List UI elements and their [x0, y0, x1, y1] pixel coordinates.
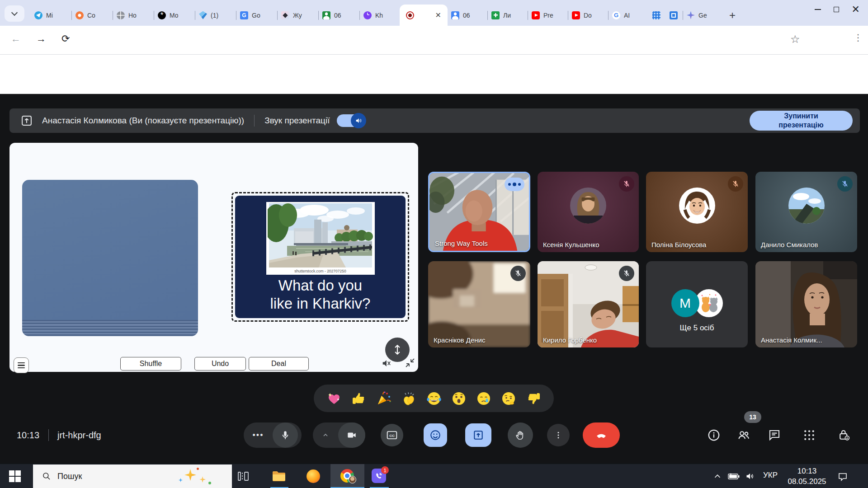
browser-tab[interactable]: (1) — [195, 6, 236, 24]
mic-off-icon — [619, 176, 634, 192]
browser-tab[interactable]: Pre — [528, 6, 568, 24]
party-popper-reaction[interactable] — [376, 390, 392, 407]
browser-tab[interactable]: GGo — [236, 6, 278, 24]
undo-button[interactable]: Undo — [194, 357, 246, 371]
exit-fullscreen-icon[interactable] — [405, 357, 415, 368]
host-controls-lock-icon[interactable] — [837, 428, 851, 442]
tab-search-button[interactable] — [5, 5, 24, 22]
meeting-details-icon[interactable] — [707, 428, 721, 442]
audio-muted-icon[interactable] — [381, 358, 391, 368]
browser-tab[interactable]: Ge — [683, 6, 724, 24]
action-center-icon[interactable] — [837, 471, 848, 482]
microphone-button[interactable] — [273, 422, 298, 448]
face-tears-of-joy-reaction[interactable] — [426, 390, 442, 407]
browser-tab[interactable] — [666, 6, 683, 24]
raise-hand-button[interactable] — [508, 422, 533, 448]
browser-tab-active-meet[interactable]: ✕ — [400, 5, 448, 26]
crying-face-reaction[interactable] — [476, 390, 492, 407]
chat-icon[interactable] — [768, 428, 781, 442]
viber-badge: 1 — [381, 466, 389, 474]
wordwall-menu-button[interactable] — [14, 357, 29, 373]
browser-tab[interactable]: Kh — [360, 6, 400, 24]
clapping-hands-reaction[interactable] — [401, 390, 417, 407]
participant-tile-kseniia[interactable]: Ксенія Кульшенко — [538, 172, 639, 252]
browser-tab[interactable]: Ли — [488, 6, 528, 24]
chrome-taskbar-highlight[interactable] — [330, 464, 364, 488]
browser-tab[interactable]: 06 — [448, 6, 488, 24]
camera-options-icon[interactable] — [313, 432, 338, 439]
meet-presenting-favicon — [406, 11, 414, 19]
activities-grid-icon[interactable] — [802, 428, 816, 442]
browser-tab[interactable]: Do — [568, 6, 609, 24]
stop-presentation-button[interactable]: Зупинити презентацію — [750, 111, 853, 131]
close-tab-icon[interactable]: ✕ — [435, 11, 441, 19]
mic-options-icon[interactable]: ••• — [244, 431, 273, 440]
browser-tab[interactable]: Жу — [278, 6, 319, 24]
card-question: What do you like in Kharkiv? — [235, 277, 406, 313]
browser-tab[interactable]: GAI — [609, 6, 649, 24]
presentation-sound-toggle[interactable] — [337, 114, 366, 127]
show-everyone-icon[interactable] — [737, 428, 750, 442]
minimize-window-icon[interactable] — [815, 9, 821, 10]
viber-icon[interactable]: 1 — [372, 469, 386, 483]
deal-button[interactable]: Deal — [249, 357, 309, 371]
close-window-icon[interactable]: ✕ — [852, 6, 860, 13]
browser-tab[interactable]: *Mo — [154, 6, 195, 24]
card-deck[interactable] — [22, 180, 198, 336]
participant-name: Красніков Денис — [434, 336, 485, 344]
end-call-button[interactable] — [583, 422, 620, 448]
participant-tile-danylo[interactable]: Данило Смикалов — [755, 172, 857, 252]
browser-tab[interactable] — [649, 6, 666, 24]
sparkling-heart-reaction[interactable] — [326, 390, 342, 407]
sparkle-dot — [197, 468, 199, 470]
file-explorer-icon[interactable] — [272, 469, 286, 483]
tray-chevron-icon[interactable] — [712, 471, 722, 481]
volume-icon[interactable] — [745, 472, 755, 481]
captions-button[interactable]: CC — [381, 424, 403, 446]
new-tab-button[interactable]: + — [729, 9, 736, 22]
language-indicator[interactable]: УКР — [763, 471, 778, 480]
more-options-button[interactable] — [547, 424, 570, 446]
tray-clock[interactable]: 10:13 08.05.2025 — [782, 466, 832, 487]
participant-name: Поліна Білоусова — [651, 241, 706, 249]
browser-tab[interactable]: Co — [72, 6, 113, 24]
meeting-code-label: jrt-hkpr-dfg — [57, 430, 101, 441]
mic-off-icon — [619, 266, 634, 281]
task-view-icon[interactable] — [237, 470, 250, 483]
participant-tile-overflow[interactable]: M Ще 5 осіб — [646, 261, 748, 347]
thumbs-up-reaction[interactable] — [351, 390, 367, 407]
participants-count-badge: 13 — [744, 411, 761, 423]
present-now-button[interactable] — [465, 423, 491, 447]
reactions-button[interactable] — [424, 423, 447, 447]
browser-tab[interactable]: Ho — [113, 6, 154, 24]
surprised-face-reaction[interactable] — [451, 390, 467, 407]
participant-tile-kyrylo[interactable]: Кирило Горбенко — [538, 261, 639, 347]
overflow-count-label: Ще 5 осіб — [646, 324, 748, 333]
reload-icon[interactable]: ⟳ — [61, 33, 70, 45]
taskbar-search-box[interactable]: Пошук — [33, 465, 232, 488]
back-icon[interactable]: ← — [11, 33, 21, 45]
tray-time: 10:13 — [782, 466, 832, 476]
restore-window-icon[interactable] — [834, 7, 839, 12]
camera-button[interactable] — [338, 422, 365, 448]
thumbs-down-reaction[interactable] — [525, 390, 542, 407]
shuffle-button[interactable]: Shuffle — [120, 357, 181, 371]
firefox-icon[interactable] — [307, 469, 320, 483]
selected-card[interactable]: shutterstock.com - 202707250 What do you… — [231, 192, 409, 322]
browser-tab[interactable]: Mi — [31, 6, 72, 24]
participant-tile-polina[interactable]: Поліна Білоусова — [646, 172, 748, 252]
search-placeholder: Пошук — [57, 472, 82, 481]
telegram-favicon — [34, 11, 42, 19]
thinking-face-reaction[interactable] — [500, 390, 517, 407]
browser-menu-icon[interactable]: ⋮ — [854, 32, 863, 43]
participant-tile-anastasiia[interactable]: Анастасія Колмик... — [755, 261, 857, 347]
bookmark-star-icon[interactable]: ☆ — [790, 33, 800, 46]
battery-icon[interactable] — [728, 473, 740, 480]
shared-presentation-panel: shutterstock.com - 202707250 What do you… — [9, 143, 418, 372]
start-button-icon[interactable] — [9, 470, 14, 476]
forward-icon[interactable]: → — [36, 33, 46, 45]
browser-tab[interactable]: 06 — [319, 6, 360, 24]
participant-tile-krasnikov[interactable]: Красніков Денис — [428, 261, 530, 347]
participant-tile-strong-way-tools[interactable]: Strong Way Tools — [428, 172, 530, 252]
youtube-favicon — [572, 11, 580, 19]
